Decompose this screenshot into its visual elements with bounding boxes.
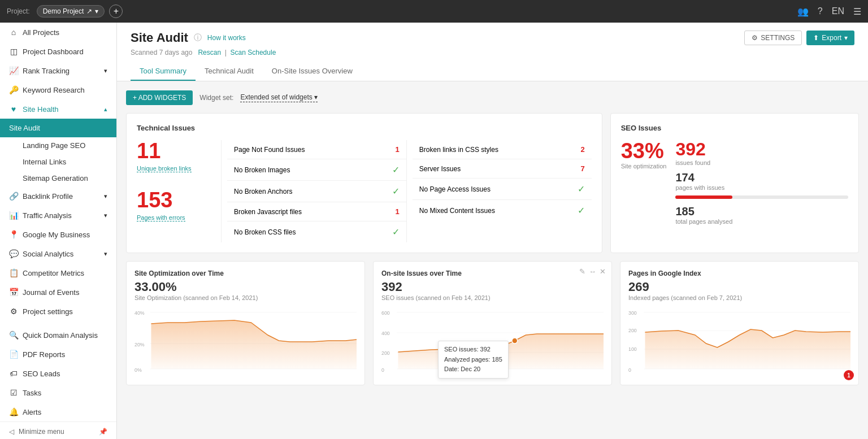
chevron-down-widget-icon: ▾ xyxy=(314,93,318,101)
chevron-down-icon-traffic: ▾ xyxy=(104,212,107,219)
sidebar-item-social-analytics[interactable]: 💬 Social Analytics ▾ xyxy=(0,244,116,263)
topbar-project-btn[interactable]: Demo Project ↗ ▾ xyxy=(37,5,105,18)
issue-row-broken-anchors: No Broken Anchors ✓ xyxy=(227,181,406,202)
page-title-row: Site Audit ⓘ How it works ⚙ SETTINGS ⬆ E… xyxy=(131,31,854,45)
seo-pages-label: pages with issues xyxy=(675,184,848,191)
sidebar-item-google-my-business[interactable]: 📍 Google My Business xyxy=(0,225,116,244)
quick-domain-icon: 🔍 xyxy=(9,331,18,340)
svg-text:100: 100 xyxy=(628,346,637,352)
sidebar-label-project-dashboard: Project Dashboard xyxy=(23,47,84,56)
scan-schedule-link[interactable]: Scan Schedule xyxy=(231,49,276,56)
competitors-icon: 📋 xyxy=(9,268,18,277)
google-index-title: Pages in Google Index xyxy=(628,270,850,277)
seo-count: 392 xyxy=(675,140,848,158)
users-icon[interactable]: 👥 xyxy=(797,6,809,17)
svg-text:0: 0 xyxy=(628,367,631,373)
pages-errors-label[interactable]: Pages with errors xyxy=(137,214,185,221)
topbar-right: 👥 ? EN ☰ xyxy=(797,6,861,17)
seo-percent: 33% xyxy=(621,140,667,162)
export-button[interactable]: ⬆ Export ▾ xyxy=(806,31,854,45)
sidebar-item-keyword-research[interactable]: 🔑 Keyword Research xyxy=(0,80,116,99)
issues-list-right: Broken links in CSS styles 2 Server Issu… xyxy=(407,140,592,242)
sidebar-label-competitor-metrics: Competitor Metrics xyxy=(23,269,84,277)
broken-links-label[interactable]: Unique broken links xyxy=(137,165,192,172)
settings-icon: ⚙ xyxy=(9,307,18,316)
edit-icon[interactable]: ✎ xyxy=(579,267,585,276)
charts-row: Site Optimization over Time 33.00% Site … xyxy=(126,261,859,385)
main-content: Site Audit ⓘ How it works ⚙ SETTINGS ⬆ E… xyxy=(117,23,868,439)
close-chart-icon[interactable]: ✕ xyxy=(600,267,606,276)
sidebar-item-project-dashboard[interactable]: ◫ Project Dashboard xyxy=(0,42,116,61)
sidebar-label-backlink-profile: Backlink Profile xyxy=(23,192,73,201)
sidebar-item-site-audit[interactable]: Site Audit xyxy=(0,119,116,137)
sidebar-item-all-projects[interactable]: ⌂ All Projects xyxy=(0,23,116,42)
settings-button[interactable]: ⚙ SETTINGS xyxy=(744,31,802,45)
expand-icon[interactable]: ↔ xyxy=(589,267,596,276)
sidebar-item-site-health[interactable]: ♥ Site Health ▴ xyxy=(0,99,116,119)
sidebar-label-internal-links: Internal Links xyxy=(23,158,66,166)
issue-row-broken-images: No Broken Images ✓ xyxy=(227,159,406,181)
minimize-label: Minimize menu xyxy=(19,428,64,436)
link-icon: 🔗 xyxy=(9,192,18,201)
progress-bar xyxy=(675,195,848,199)
sidebar-item-seo-leads[interactable]: 🏷 SEO Leads xyxy=(0,364,116,383)
sidebar-label-pdf-reports: PDF Reports xyxy=(23,350,65,359)
tasks-icon: ☑ xyxy=(9,388,18,397)
sidebar-item-journal-of-events[interactable]: 📅 Journal of Events xyxy=(0,282,116,302)
chevron-down-icon-social: ▾ xyxy=(104,250,107,258)
key-icon: 🔑 xyxy=(9,85,18,94)
site-opt-subtitle: Site Optimization (scanned on Feb 14, 20… xyxy=(134,294,357,301)
progress-fill xyxy=(675,195,732,199)
menu-icon[interactable]: ☰ xyxy=(853,6,861,17)
pdf-icon: 📄 xyxy=(9,350,18,359)
rescan-link[interactable]: Rescan xyxy=(198,49,221,56)
issue-row-page-access: No Page Access Issues ✓ xyxy=(413,179,592,200)
add-widgets-button[interactable]: + ADD WIDGETS xyxy=(126,90,193,105)
tab-on-site-issues[interactable]: On-Site Issues Overview xyxy=(263,62,362,81)
sidebar-item-quick-domain[interactable]: 🔍 Quick Domain Analysis xyxy=(0,325,116,345)
on-site-chart-title: On-site Issues over Time xyxy=(381,270,604,277)
topbar: Project: Demo Project ↗ ▾ + 👥 ? EN ☰ xyxy=(0,0,868,23)
sidebar-item-project-settings[interactable]: ⚙ Project settings xyxy=(0,302,116,321)
sidebar-item-competitor-metrics[interactable]: 📋 Competitor Metrics xyxy=(0,263,116,282)
google-index-value: 269 xyxy=(628,280,850,294)
svg-text:0%: 0% xyxy=(134,367,142,373)
sidebar-item-tasks[interactable]: ☑ Tasks xyxy=(0,383,116,402)
tooltip-line2: Analyzed pages: 185 xyxy=(444,355,502,365)
broken-links-metric: 11 Unique broken links xyxy=(137,140,210,172)
sidebar-item-traffic-analysis[interactable]: 📊 Traffic Analysis ▾ xyxy=(0,206,116,225)
on-site-value: 392 xyxy=(381,280,604,294)
leads-icon: 🏷 xyxy=(9,369,18,378)
chevron-down-icon-backlink: ▾ xyxy=(104,193,107,200)
gear-icon: ⚙ xyxy=(752,34,758,42)
issue-row-mixed-content: No Mixed Content Issues ✓ xyxy=(413,200,592,221)
google-index-subtitle: Indexed pages (scanned on Feb 7, 2021) xyxy=(628,294,850,301)
google-index-svg: 300 200 100 0 xyxy=(628,307,850,375)
chevron-down-icon: ▾ xyxy=(104,67,107,75)
google-index-chart: Pages in Google Index 269 Indexed pages … xyxy=(620,261,859,385)
sidebar-item-rank-tracking[interactable]: 📈 Rank Tracking ▾ xyxy=(0,61,116,80)
svg-text:300: 300 xyxy=(628,310,637,316)
sidebar-sub-item-sitemap-generation[interactable]: Sitemap Generation xyxy=(0,170,116,186)
seo-count-label: issues found xyxy=(675,159,848,166)
svg-text:40%: 40% xyxy=(134,310,145,316)
sidebar-item-pdf-reports[interactable]: 📄 PDF Reports xyxy=(0,345,116,364)
language-selector[interactable]: EN xyxy=(832,6,844,16)
seo-issues-card: SEO Issues 33% Site optimization 392 iss… xyxy=(610,113,859,253)
pages-errors-metric: 153 Pages with errors xyxy=(137,189,210,221)
page-header: Site Audit ⓘ How it works ⚙ SETTINGS ⬆ E… xyxy=(117,23,868,81)
topbar-project-label: Project: xyxy=(7,7,30,15)
help-icon[interactable]: ? xyxy=(818,6,823,16)
heart-icon: ♥ xyxy=(9,105,18,114)
sidebar-item-alerts[interactable]: 🔔 Alerts xyxy=(0,402,116,421)
tab-technical-audit[interactable]: Technical Audit xyxy=(196,62,263,81)
how-it-works-link[interactable]: How it works xyxy=(207,34,246,42)
widget-set-selector[interactable]: Extended set of widgets ▾ xyxy=(240,93,318,102)
site-opt-chart-title: Site Optimization over Time xyxy=(134,270,357,277)
topbar-add-project-button[interactable]: + xyxy=(109,5,123,18)
tab-tool-summary[interactable]: Tool Summary xyxy=(131,62,196,81)
sidebar-sub-item-internal-links[interactable]: Internal Links xyxy=(0,154,116,170)
minimize-menu-button[interactable]: ◁ Minimize menu 📌 xyxy=(0,422,116,439)
sidebar-item-backlink-profile[interactable]: 🔗 Backlink Profile ▾ xyxy=(0,186,116,206)
sidebar-sub-item-landing-page-seo[interactable]: Landing Page SEO xyxy=(0,137,116,154)
